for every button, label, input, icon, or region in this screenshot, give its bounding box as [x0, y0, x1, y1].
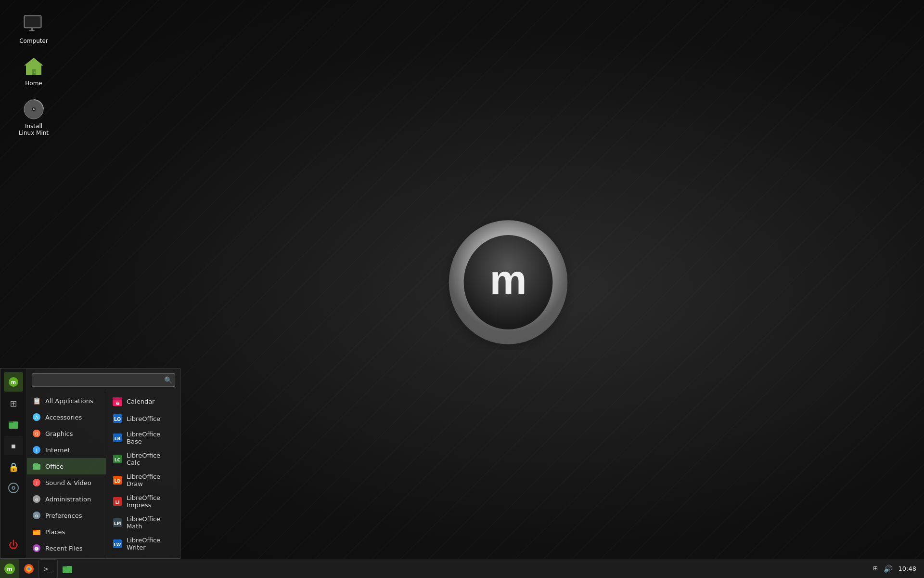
start-menu: m ⊞ ■ 🔒 G ⏻ [0, 368, 180, 559]
menu-main: 🔍 📋 All Applications A Accessories [27, 368, 180, 558]
desktop-icon-install[interactable]: Install Linux Mint [14, 95, 53, 140]
prefs-icon: ⚙ [32, 511, 41, 520]
category-office[interactable]: Office [27, 458, 106, 474]
menu-categories: 📋 All Applications A Accessories G Grap [27, 391, 106, 558]
lo-base-icon: LB [112, 433, 123, 443]
taskbar-left: m >_ [0, 559, 77, 578]
lo-draw-label: LibreOffice Draw [127, 473, 174, 487]
category-internet-label: Internet [45, 447, 70, 454]
category-all-applications[interactable]: 📋 All Applications [27, 393, 106, 409]
menu-sidebar: m ⊞ ■ 🔒 G ⏻ [0, 368, 27, 558]
install-icon [22, 98, 45, 121]
svg-text:LD: LD [114, 479, 120, 484]
computer-icon [22, 13, 45, 36]
sidebar-nemo-icon[interactable] [4, 415, 23, 434]
tray-network-icon[interactable]: ⊞ [871, 564, 880, 574]
sidebar-show-desktop-icon[interactable]: ⊞ [4, 394, 23, 413]
all-apps-icon: 📋 [32, 396, 41, 406]
clock[interactable]: 10:48 [897, 565, 918, 572]
app-lo-writer[interactable]: LW LibreOffice Writer [106, 533, 180, 554]
svg-text:LI: LI [115, 500, 119, 505]
sidebar-browser-icon[interactable]: G [4, 478, 23, 498]
category-prefs-label: Preferences [45, 512, 82, 519]
app-lo-calc[interactable]: LC LibreOffice Calc [106, 448, 180, 470]
taskbar-mint-menu[interactable]: m [0, 559, 19, 578]
app-libreoffice[interactable]: LO LibreOffice [106, 410, 180, 427]
sidebar-lock-icon[interactable]: 🔒 [4, 457, 23, 476]
svg-text:LW: LW [114, 542, 121, 547]
category-accessories-label: Accessories [45, 414, 82, 421]
category-places-label: Places [45, 528, 65, 536]
svg-text:♪: ♪ [35, 481, 38, 486]
category-places[interactable]: Places [27, 524, 106, 540]
taskbar-terminal[interactable]: >_ [38, 559, 58, 578]
category-sound-label: Sound & Video [45, 479, 91, 486]
office-icon [32, 461, 41, 471]
sidebar-terminal-icon[interactable]: ■ [4, 436, 23, 455]
taskbar: m >_ [0, 559, 924, 578]
search-icon[interactable]: 🔍 [161, 373, 175, 387]
sidebar-shutdown-icon[interactable]: ⏻ [4, 535, 23, 554]
sidebar-mintmenu-icon[interactable]: m [4, 372, 23, 392]
category-internet[interactable]: I Internet [27, 442, 106, 458]
svg-text:m: m [7, 566, 12, 572]
app-lo-impress[interactable]: LI LibreOffice Impress [106, 491, 180, 512]
category-graphics-label: Graphics [45, 430, 73, 437]
svg-point-9 [34, 72, 36, 73]
svg-text:⚙: ⚙ [35, 514, 38, 518]
lo-base-label: LibreOffice Base [127, 431, 174, 445]
lo-calc-label: LibreOffice Calc [127, 452, 174, 466]
calendar-app-icon: 📅 [112, 396, 123, 407]
svg-text:⚙: ⚙ [35, 498, 38, 502]
lo-impress-icon: LI [112, 496, 123, 507]
tray-volume-icon[interactable]: 🔊 [884, 565, 893, 573]
app-lo-draw[interactable]: LD LibreOffice Draw [106, 470, 180, 491]
category-preferences[interactable]: ⚙ Preferences [27, 507, 106, 524]
sound-icon: ♪ [32, 478, 41, 487]
svg-text:A: A [35, 415, 38, 420]
menu-apps: 📅 Calendar LO LibreOffice [106, 391, 180, 558]
category-graphics[interactable]: G Graphics [27, 425, 106, 442]
category-accessories[interactable]: A Accessories [27, 409, 106, 425]
svg-text:LM: LM [114, 521, 121, 526]
svg-text:🕐: 🕐 [34, 546, 39, 551]
category-sound-video[interactable]: ♪ Sound & Video [27, 474, 106, 491]
svg-text:G: G [12, 486, 14, 490]
category-administration[interactable]: ⚙ Administration [27, 491, 106, 507]
calendar-app-label: Calendar [127, 398, 154, 405]
desktop-icons: Computer Home Ins [14, 10, 53, 140]
lo-writer-label: LibreOffice Writer [127, 537, 174, 551]
computer-label: Computer [19, 38, 48, 44]
menu-search-area: 🔍 [27, 368, 180, 391]
app-lo-base[interactable]: LB LibreOffice Base [106, 427, 180, 448]
home-icon [22, 55, 45, 78]
svg-text:LC: LC [115, 458, 121, 462]
taskbar-files[interactable] [58, 559, 77, 578]
lo-math-label: LibreOffice Math [127, 515, 174, 530]
search-input[interactable] [32, 377, 161, 384]
desktop-icon-computer[interactable]: Computer [14, 10, 53, 47]
home-label: Home [25, 80, 42, 87]
app-lo-math[interactable]: LM LibreOffice Math [106, 512, 180, 533]
category-recent-label: Recent Files [45, 545, 83, 552]
svg-rect-26 [34, 463, 38, 464]
svg-text:G: G [35, 432, 38, 436]
places-icon [32, 527, 41, 537]
svg-text:📅: 📅 [116, 401, 120, 405]
install-label: Install Linux Mint [17, 123, 50, 137]
app-calendar[interactable]: 📅 Calendar [106, 393, 180, 410]
category-recent-files[interactable]: 🕐 Recent Files [27, 540, 106, 556]
svg-rect-4 [25, 16, 40, 27]
category-all-label: All Applications [45, 397, 93, 405]
admin-icon: ⚙ [32, 494, 41, 504]
svg-text:m: m [11, 380, 16, 385]
taskbar-right: ⊞ 🔊 10:48 [871, 564, 924, 574]
svg-rect-5 [31, 28, 33, 30]
svg-rect-6 [29, 30, 35, 31]
category-office-label: Office [45, 463, 64, 470]
accessories-icon: A [32, 412, 41, 422]
mint-logo: m [441, 215, 576, 350]
desktop: m Computer [0, 0, 924, 578]
taskbar-firefox[interactable] [19, 559, 38, 578]
desktop-icon-home[interactable]: Home [14, 52, 53, 90]
